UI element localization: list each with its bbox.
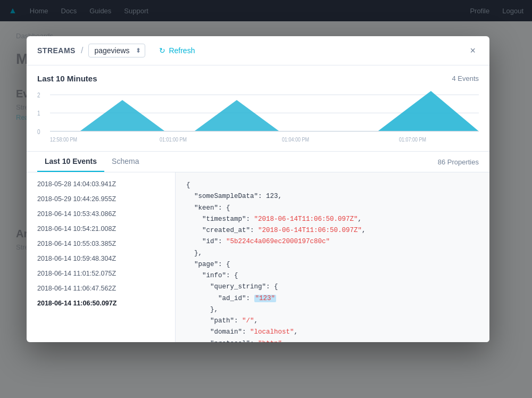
breadcrumb-separator: / xyxy=(81,46,83,55)
json-line-9: "info": { xyxy=(186,270,479,281)
json-line-14: "domain": "localhost", xyxy=(186,327,479,338)
svg-text:0: 0 xyxy=(37,128,40,135)
json-line-12: }, xyxy=(186,304,479,316)
tabs-header: Last 10 Events Schema 86 Properties xyxy=(37,152,479,172)
json-line-2: "someSampleData": 123, xyxy=(186,191,479,202)
streams-label: STREAMS xyxy=(37,46,76,55)
svg-marker-7 xyxy=(194,100,279,131)
json-line-15: "protocol": "http", xyxy=(186,338,479,343)
properties-count: 86 Properties xyxy=(438,158,479,166)
refresh-button[interactable]: ↻ Refresh xyxy=(153,44,201,57)
chart-section: Last 10 Minutes 4 Events 2 1 0 xyxy=(27,65,489,151)
tab-schema[interactable]: Schema xyxy=(104,152,146,172)
event-item-selected[interactable]: 2018-06-14 11:06:50.097Z xyxy=(27,296,175,311)
event-item[interactable]: 2018-06-14 11:01:52.075Z xyxy=(27,266,175,281)
streams-modal: STREAMS / pageviews ⬍ ↻ Refresh × Last 1… xyxy=(27,36,489,342)
event-list[interactable]: 2018-05-28 14:04:03.941Z 2018-05-29 10:4… xyxy=(27,172,176,342)
json-line-4: "timestamp": "2018-06-14T11:06:50.097Z", xyxy=(186,214,479,225)
svg-text:01:07:00 PM: 01:07:00 PM xyxy=(399,136,426,143)
json-line-8: "page": { xyxy=(186,259,479,270)
svg-marker-8 xyxy=(378,91,479,131)
svg-text:1: 1 xyxy=(37,110,40,117)
stream-select[interactable]: pageviews xyxy=(88,44,145,57)
event-item[interactable]: 2018-05-28 14:04:03.941Z xyxy=(27,177,175,192)
chart-svg: 2 1 0 12:58:00 PM 01:01:00 PM 01:04:00 P… xyxy=(37,88,479,147)
event-item[interactable]: 2018-06-14 10:55:03.385Z xyxy=(27,236,175,251)
svg-marker-6 xyxy=(80,100,165,131)
svg-text:01:01:00 PM: 01:01:00 PM xyxy=(160,136,187,143)
json-line-3: "keen": { xyxy=(186,203,479,214)
tabs-nav: Last 10 Events Schema xyxy=(37,152,146,172)
chart-title: Last 10 Minutes xyxy=(37,74,97,83)
svg-text:01:04:00 PM: 01:04:00 PM xyxy=(282,136,309,143)
tabs-section: Last 10 Events Schema 86 Properties xyxy=(27,151,489,172)
json-line-5: "created_at": "2018-06-14T11:06:50.097Z"… xyxy=(186,225,479,236)
event-item[interactable]: 2018-06-14 10:53:43.086Z xyxy=(27,206,175,221)
event-item[interactable]: 2018-06-14 10:54:21.008Z xyxy=(27,221,175,236)
json-line-1: { xyxy=(186,180,479,191)
event-item[interactable]: 2018-05-29 10:44:26.955Z xyxy=(27,192,175,206)
chart-events-count: 4 Events xyxy=(452,74,479,82)
svg-text:2: 2 xyxy=(37,92,40,98)
json-line-11: "ad_id": "123" xyxy=(186,293,479,304)
svg-text:12:58:00 PM: 12:58:00 PM xyxy=(50,136,77,143)
json-line-6: "id": "5b224c4a069ec2000197c80c" xyxy=(186,236,479,247)
json-line-10: "query_string": { xyxy=(186,281,479,293)
chart-container: 2 1 0 12:58:00 PM 01:01:00 PM 01:04:00 P… xyxy=(37,88,479,147)
content-area: 2018-05-28 14:04:03.941Z 2018-05-29 10:4… xyxy=(27,172,489,342)
modal-header: STREAMS / pageviews ⬍ ↻ Refresh × xyxy=(27,36,489,65)
event-item[interactable]: 2018-06-14 11:06:47.562Z xyxy=(27,281,175,296)
json-line-13: "path": "/", xyxy=(186,316,479,327)
tab-last-10-events[interactable]: Last 10 Events xyxy=(37,152,104,172)
json-line-7: }, xyxy=(186,248,479,259)
stream-select-wrapper[interactable]: pageviews ⬍ xyxy=(88,44,145,57)
refresh-icon: ↻ xyxy=(159,46,165,55)
json-viewer: { "someSampleData": 123, "keen": { "time… xyxy=(176,172,489,342)
close-button[interactable]: × xyxy=(467,45,479,56)
event-item[interactable]: 2018-06-14 10:59:48.304Z xyxy=(27,251,175,266)
refresh-label: Refresh xyxy=(169,46,195,55)
chart-header: Last 10 Minutes 4 Events xyxy=(37,74,479,83)
